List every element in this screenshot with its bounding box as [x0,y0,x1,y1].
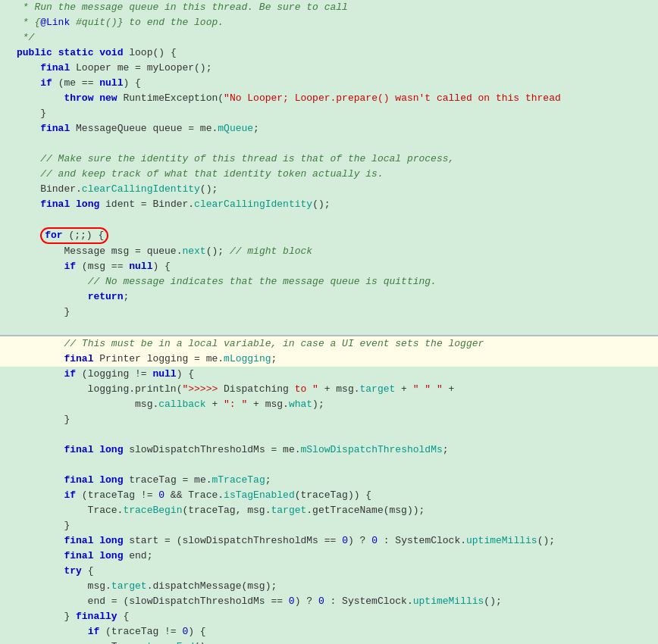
line-content-44: Trace.traceEnd(); [11,639,658,644]
for-circle: for (;;) { [40,227,108,244]
code-line-33: final long traceTag = me.mTraceTag; [0,473,658,488]
line-content-36: } [11,518,658,533]
line-content-9: final MessageQueue queue = me.mQueue; [11,121,658,136]
line-content-16: for (;;) { [11,227,658,244]
line-content-34: if (traceTag != 0 && Trace.isTagEnabled(… [11,488,658,503]
code-line-10 [0,136,658,152]
code-line-6: if (me == null) { [0,76,658,91]
line-content-41: end = (slowDispatchThresholdMs == 0) ? 0… [11,594,658,609]
line-content-22 [11,320,658,335]
line-content-43: if (traceTag != 0) { [11,624,658,639]
code-line-35: Trace.traceBegin(traceTag, msg.target.ge… [0,503,658,518]
code-line-17: Message msg = queue.next(); // might blo… [0,244,658,259]
code-line-8: } [0,106,658,121]
code-line-11: // Make sure the identity of this thread… [0,152,658,167]
code-line-22 [0,320,658,335]
code-line-36: } [0,518,658,533]
line-content-20: return; [11,289,658,305]
code-line-14: final long ident = Binder.clearCallingId… [0,197,658,212]
code-line-3: */ [0,30,658,45]
code-line-13: Binder.clearCallingIdentity(); [0,182,658,197]
line-content-13: Binder.clearCallingIdentity(); [11,182,658,197]
code-line-12: // and keep track of what that identity … [0,167,658,182]
code-line-37: final long start = (slowDispatchThreshol… [0,533,658,549]
code-line-18: if (msg == null) { [0,259,658,274]
line-content-1: * Run the message queue in this thread. … [11,0,658,15]
line-content-27: logging.println(">>>>> Dispatching to " … [11,382,658,397]
line-content-12: // and keep track of what that identity … [11,167,658,182]
code-line-39: try { [0,564,658,579]
line-content-4: public static void loop() { [11,45,658,61]
code-line-30 [0,427,658,442]
line-content-7: throw new RuntimeException("No Looper; L… [11,91,658,106]
code-line-29: } [0,412,658,427]
code-line-16: for (;;) { [0,227,658,244]
line-content-37: final long start = (slowDispatchThreshol… [11,533,658,549]
code-line-27: logging.println(">>>>> Dispatching to " … [0,382,658,397]
line-content-5: final Looper me = myLooper(); [11,61,658,76]
line-content-39: try { [11,564,658,579]
code-line-21: } [0,305,658,320]
code-line-28: msg.callback + ": " + msg.what); [0,397,658,412]
code-line-1: * Run the message queue in this thread. … [0,0,658,15]
code-line-24: // This must be in a local variable, in … [0,336,658,352]
code-line-34: if (traceTag != 0 && Trace.isTagEnabled(… [0,488,658,503]
line-content-40: msg.target.dispatchMessage(msg); [11,579,658,594]
code-line-32 [0,458,658,473]
code-line-4: public static void loop() { [0,45,658,61]
line-content-31: final long slowDispatchThresholdMs = me.… [11,442,658,458]
line-content-26: if (logging != null) { [11,367,658,382]
code-line-7: throw new RuntimeException("No Looper; L… [0,91,658,106]
line-content-24: // This must be in a local variable, in … [11,336,658,352]
line-content-15 [11,212,658,227]
line-content-35: Trace.traceBegin(traceTag, msg.target.ge… [11,503,658,518]
code-line-44: Trace.traceEnd(); [0,639,658,644]
line-content-10 [11,136,658,152]
line-content-11: // Make sure the identity of this thread… [11,152,658,167]
code-line-41: end = (slowDispatchThresholdMs == 0) ? 0… [0,594,658,609]
code-line-43: if (traceTag != 0) { [0,624,658,639]
line-content-2: * {@Link #quit()} to end the loop. [11,15,658,30]
line-content-25: final Printer logging = me.mLogging; [11,352,658,367]
code-line-26: if (logging != null) { [0,367,658,382]
line-content-3: */ [11,30,658,45]
code-line-19: // No message indicates that the message… [0,274,658,289]
code-line-5: final Looper me = myLooper(); [0,61,658,76]
line-content-42: } finally { [11,609,658,624]
line-content-38: final long end; [11,549,658,564]
line-content-28: msg.callback + ": " + msg.what); [11,397,658,412]
line-content-17: Message msg = queue.next(); // might blo… [11,244,658,259]
code-line-40: msg.target.dispatchMessage(msg); [0,579,658,594]
line-content-19: // No message indicates that the message… [11,274,658,289]
code-line-20: return; [0,289,658,305]
code-line-25: final Printer logging = me.mLogging; [0,352,658,367]
line-content-33: final long traceTag = me.mTraceTag; [11,473,658,488]
code-line-31: final long slowDispatchThresholdMs = me.… [0,442,658,458]
line-content-29: } [11,412,658,427]
line-content-8: } [11,106,658,121]
code-line-38: final long end; [0,549,658,564]
line-content-32 [11,458,658,473]
line-content-21: } [11,305,658,320]
line-content-6: if (me == null) { [11,76,658,91]
line-content-14: final long ident = Binder.clearCallingId… [11,197,658,212]
code-line-15 [0,212,658,227]
code-line-42: } finally { [0,609,658,624]
line-content-30 [11,427,658,442]
code-line-9: final MessageQueue queue = me.mQueue; [0,121,658,136]
line-content-18: if (msg == null) { [11,259,658,274]
code-container: * Run the message queue in this thread. … [0,0,658,644]
code-line-2: * {@Link #quit()} to end the loop. [0,15,658,30]
